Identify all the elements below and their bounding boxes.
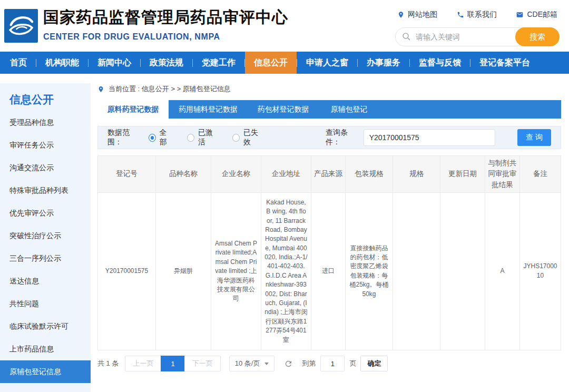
cell-product-source: 进口 (311, 192, 346, 350)
mail-label: CDE邮箱 (527, 10, 557, 19)
col-product-source: 产品来源 (311, 156, 346, 193)
scope-radio-group: 全部 已激活 已失效 (149, 128, 263, 147)
nav-item-news[interactable]: 新闻中心 (89, 52, 140, 74)
pagination: 共 1 条 上一页 1 下一页 10 条/页 到第 页 确定 (97, 356, 561, 371)
breadcrumb: 当前位置 : 信息公开 > > 原辅包登记信息 (97, 83, 561, 95)
header-right: 网站地图 联系我们 CDE邮箱 搜索 (395, 10, 560, 46)
cell-variety-name: 异烟肼 (156, 192, 211, 350)
site-subtitle: CENTER FOR DRUG EVALUATION, NMPA (43, 32, 288, 42)
cell-registration-no: Y20170001575 (98, 192, 156, 350)
breadcrumb-text: 当前位置 : 信息公开 > > 原辅包登记信息 (109, 84, 231, 94)
page-size-select[interactable]: 10 条/页 (229, 356, 275, 371)
sidebar-item-special-approval[interactable]: 特殊审批品种列表 (0, 179, 91, 202)
query-condition-input[interactable] (364, 129, 495, 146)
sidebar-item-accepted-varieties[interactable]: 受理品种信息 (0, 111, 91, 134)
sidebar-item-priority-review[interactable]: 优先审评公示 (0, 202, 91, 224)
sidebar-item-review-tasks[interactable]: 审评任务公示 (0, 134, 91, 156)
confirm-button[interactable]: 确定 (360, 356, 388, 371)
prev-page-button[interactable]: 上一页 (125, 356, 161, 371)
cde-logo-icon (6, 11, 36, 41)
nav-item-home[interactable]: 首页 (1, 52, 36, 74)
tab-api-registration[interactable]: 原料药登记数据 (97, 100, 169, 119)
cell-remarks: JYHS1700010 (520, 192, 561, 350)
query-condition-label: 查询条件： (326, 128, 360, 147)
radio-all-label: 全部 (160, 128, 173, 147)
main-area: 信息公开 受理品种信息 审评任务公示 沟通交流公示 特殊审批品种列表 优先审评公… (0, 83, 569, 392)
cell-company-name: Amsal Chem Private limited;Amsal Chem Pr… (211, 192, 261, 350)
dropdown-arrow-icon (264, 362, 269, 365)
sidebar-item-breakthrough-therapy[interactable]: 突破性治疗公示 (0, 224, 91, 247)
nav-item-info-disclosure[interactable]: 信息公开 (245, 52, 297, 74)
search-bar: 搜索 (395, 27, 560, 46)
radio-activated-label: 已激活 (198, 128, 218, 147)
radio-selected-icon (149, 134, 156, 142)
total-count: 共 1 条 (97, 359, 119, 368)
cell-update-date (440, 192, 485, 350)
goto-page-label: 到第 (302, 359, 316, 368)
site-header: 国家药品监督管理局药品审评中心 CENTER FOR DRUG EVALUATI… (0, 0, 569, 52)
phone-icon (457, 11, 464, 18)
nav-item-registration-platform[interactable]: 登记备案平台 (470, 52, 539, 74)
radio-expired[interactable]: 已失效 (232, 128, 263, 147)
sitemap-label: 网站地图 (408, 10, 437, 19)
col-joint-review-result: 与制剂共同审批审批结果 (485, 156, 520, 193)
tab-packaging-registration[interactable]: 药包材登记数据 (248, 100, 319, 119)
sidebar-item-delivery-info[interactable]: 送达信息 (0, 270, 91, 292)
sitemap-link[interactable]: 网站地图 (397, 10, 437, 19)
cde-logo (4, 9, 38, 43)
breadcrumb-pin-icon (97, 86, 104, 93)
next-page-button[interactable]: 下一页 (184, 356, 221, 371)
radio-unselected-icon (232, 134, 240, 142)
nav-item-services[interactable]: 办事服务 (358, 52, 409, 74)
nav-item-policy[interactable]: 政策法规 (141, 52, 192, 74)
col-remarks: 备注 (520, 156, 561, 193)
sidebar-title: 信息公开 (0, 83, 91, 111)
radio-activated[interactable]: 已激活 (187, 128, 218, 147)
goto-page-unit: 页 (349, 359, 356, 368)
page-size-value: 10 条/页 (235, 359, 260, 368)
sidebar-item-communication[interactable]: 沟通交流公示 (0, 156, 91, 179)
sidebar-item-raw-excipient-registration[interactable]: 原辅包登记信息 (0, 360, 91, 383)
sidebar-item-clinical-trial[interactable]: 临床试验默示许可 (0, 315, 91, 338)
site-title: 国家药品监督管理局药品审评中心 (43, 7, 288, 28)
sidebar-list: 受理品种信息 审评任务公示 沟通交流公示 特殊审批品种列表 优先审评公示 突破性… (0, 111, 91, 383)
tab-excipient-registration[interactable]: 药用辅料登记数据 (169, 100, 248, 119)
page-number-1[interactable]: 1 (161, 356, 184, 371)
cell-packaging-spec: 直接接触药品的药包材：低密度聚乙烯袋包装规格：每桶25kg。每桶50kg (346, 192, 393, 350)
refresh-button[interactable] (284, 359, 293, 368)
registration-table: 登记号 品种名称 企业名称 企业地址 产品来源 包装规格 规格 更新日期 与制剂… (97, 155, 561, 350)
radio-unselected-icon (187, 134, 194, 142)
nav-item-supervision[interactable]: 监督与反馈 (410, 52, 470, 74)
col-registration-no: 登记号 (98, 156, 156, 193)
nav-item-applicant-window[interactable]: 申请人之窗 (297, 52, 357, 74)
tab-raw-excipient[interactable]: 原辅包登记 (319, 100, 379, 119)
scope-label: 数据范围： (107, 128, 142, 147)
query-button[interactable]: 查 询 (517, 129, 551, 146)
search-icon (402, 32, 411, 41)
nav-item-party[interactable]: 党建工作 (193, 52, 244, 74)
sidebar-item-marketed-drugs[interactable]: 上市药品信息 (0, 338, 91, 360)
col-company-name: 企业名称 (211, 156, 261, 193)
cell-spec (393, 192, 440, 350)
mail-link[interactable]: CDE邮箱 (516, 10, 557, 19)
refresh-icon (284, 359, 293, 368)
main-nav: 首页 机构职能 新闻中心 政策法规 党建工作 信息公开 申请人之窗 办事服务 监… (0, 52, 569, 74)
goto-page-input[interactable] (320, 356, 345, 371)
sidebar: 信息公开 受理品种信息 审评任务公示 沟通交流公示 特殊审批品种列表 优先审评公… (0, 83, 91, 392)
contact-label: 联系我们 (467, 10, 497, 19)
contact-link[interactable]: 联系我们 (457, 10, 497, 19)
table-row: Y20170001575 异烟肼 Amsal Chem Private limi… (98, 192, 561, 350)
sidebar-item-three-in-one[interactable]: 三合一序列公示 (0, 247, 91, 270)
cell-company-address: Kakad House, B wing, 4th floor, 11 Barra… (261, 192, 311, 350)
search-button[interactable]: 搜索 (515, 27, 560, 46)
content-area: 当前位置 : 信息公开 > > 原辅包登记信息 原料药登记数据 药用辅料登记数据… (97, 83, 561, 371)
data-tabs: 原料药登记数据 药用辅料登记数据 药包材登记数据 原辅包登记 (97, 100, 561, 119)
sidebar-item-common-issues[interactable]: 共性问题 (0, 292, 91, 315)
title-block: 国家药品监督管理局药品审评中心 CENTER FOR DRUG EVALUATI… (43, 7, 288, 42)
nav-item-functions[interactable]: 机构职能 (36, 52, 88, 74)
location-pin-icon (397, 11, 405, 18)
col-company-address: 企业地址 (261, 156, 311, 193)
filter-bar: 数据范围： 全部 已激活 已失效 查询条件： 查 询 (97, 126, 561, 149)
radio-all[interactable]: 全部 (149, 128, 173, 147)
col-variety-name: 品种名称 (156, 156, 211, 193)
